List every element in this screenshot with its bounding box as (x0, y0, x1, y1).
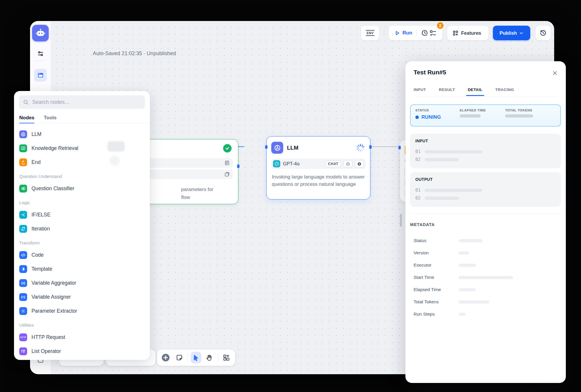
code-icon (19, 251, 27, 259)
app-avatar[interactable] (32, 25, 49, 41)
edge-llm-to-end (371, 146, 398, 147)
running-spinner-icon (356, 144, 365, 152)
node-item-code[interactable]: Code (19, 248, 147, 262)
node-item-variable-aggregator[interactable]: {x} Variable Aggregator (19, 276, 147, 290)
variable-assigner-icon: {=} (19, 293, 27, 301)
start-output-port[interactable] (237, 164, 239, 168)
elapsed-time-label: ELAPSED TIME (460, 108, 486, 112)
agent-badge (344, 160, 352, 167)
placeholder-bar (459, 300, 489, 304)
openai-icon (273, 160, 280, 167)
window-icon (37, 71, 44, 79)
document-icon (224, 160, 230, 166)
llm-input-port[interactable] (265, 145, 267, 149)
version-history-button[interactable] (536, 26, 551, 40)
features-button[interactable]: Features (447, 26, 489, 40)
node-search-panel: Nodes Tools LLM Knowledge Retrieval End … (14, 91, 150, 360)
history-icon (540, 29, 547, 36)
node-search-box[interactable] (19, 95, 145, 109)
add-note-button[interactable] (174, 352, 184, 363)
total-tokens-label: TOTAL TOKENS (505, 108, 533, 112)
node-item-question-classifier[interactable]: Question Classifier (19, 181, 147, 195)
node-list: LLM Knowledge Retrieval End Question Und… (14, 125, 150, 358)
node-item-http-request[interactable]: HTTP HTTP Request (19, 330, 147, 344)
sidebar-divider (35, 61, 46, 61)
tab-detail[interactable]: DETAIL (468, 88, 482, 97)
node-item-template[interactable]: Template (19, 262, 147, 276)
node-panel-tabs: Nodes Tools (14, 112, 150, 123)
placeholder-bar (425, 158, 459, 161)
organize-icon (223, 354, 230, 361)
toolbar-divider (188, 354, 188, 361)
start-field-row[interactable] (147, 169, 233, 179)
organize-nodes-button[interactable] (221, 352, 232, 363)
llm-node[interactable]: LLM (266, 136, 370, 200)
input-card: INPUT 01 02 (410, 134, 561, 168)
run-history-button[interactable] (421, 29, 428, 37)
hand-icon (206, 354, 213, 361)
metadata-list: Status Version Executor Start Time Elaps… (414, 235, 554, 320)
clock-play-icon (421, 29, 428, 37)
list-operator-icon (19, 347, 27, 355)
end-icon (19, 158, 27, 166)
close-icon (552, 70, 558, 76)
end-input-port[interactable] (398, 146, 401, 149)
run-button[interactable]: Run (395, 30, 412, 36)
run-toolbar: Run (389, 26, 442, 40)
chevron-down-icon (519, 31, 524, 35)
settings-sliders-button[interactable] (34, 47, 47, 60)
status-value: RUNING (421, 114, 441, 120)
model-selector[interactable]: GPT-4o CHAT (271, 159, 365, 169)
output-card: OUTPUT 01 02 (410, 172, 561, 207)
node-item-knowledge-retrieval[interactable]: Knowledge Retrieval (19, 141, 147, 155)
node-item-end[interactable]: End (19, 155, 147, 169)
variable-aggregator-icon: {x} (19, 279, 27, 287)
search-input[interactable] (32, 99, 141, 106)
toolbar-divider (384, 29, 384, 37)
placeholder-bar (505, 114, 533, 118)
placeholder-bar (459, 264, 476, 267)
vision-badge (355, 160, 364, 167)
search-icon (23, 99, 29, 105)
placeholder-bar (459, 313, 466, 316)
tab-input[interactable]: INPUT (414, 88, 426, 97)
close-button[interactable] (551, 69, 558, 76)
node-item-if-else[interactable]: IF/ELSE (19, 208, 147, 222)
play-icon (395, 30, 400, 36)
start-field-row[interactable] (147, 158, 233, 168)
node-item-parameter-extractor[interactable]: Parameter Extractor (19, 304, 147, 318)
pointer-mode-button[interactable] (191, 352, 201, 363)
panel-toggle-button[interactable] (34, 69, 47, 82)
tab-result[interactable]: RESULT (439, 88, 455, 97)
model-name: GPT-4o (283, 161, 323, 167)
panel-resize-handle[interactable] (400, 214, 402, 227)
checklist-button[interactable] (429, 29, 437, 37)
metadata-title: METADATA (410, 222, 435, 227)
checklist-count-badge: 2 (436, 22, 444, 29)
node-item-variable-assigner[interactable]: {=} Variable Assigner (19, 290, 147, 304)
add-node-button[interactable] (160, 352, 171, 363)
env-button[interactable]: ENV (361, 26, 379, 40)
tab-tools[interactable]: Tools (44, 112, 57, 123)
publish-button[interactable]: Publish (493, 26, 530, 40)
placeholder-bar (459, 288, 476, 291)
workflow-editor: parameters for flow LLM (0, 0, 581, 392)
if-else-icon (19, 211, 27, 219)
placeholder-bar (459, 276, 513, 279)
placeholder-bar (459, 239, 483, 242)
copy-icon (224, 172, 230, 177)
llm-output-port[interactable] (369, 145, 372, 149)
hand-mode-button[interactable] (204, 352, 215, 363)
pill-divider (416, 30, 417, 36)
tab-tracing[interactable]: TRACING (495, 88, 514, 97)
template-icon (19, 265, 27, 273)
tab-nodes[interactable]: Nodes (19, 112, 34, 123)
running-dot-icon (415, 116, 419, 119)
start-node[interactable]: parameters for flow (141, 139, 238, 204)
node-item-iteration[interactable]: Iteration (19, 222, 147, 236)
node-item-llm[interactable]: LLM (19, 127, 147, 141)
autosave-status: Auto-Saved 21:02:35 · Unpublished (93, 50, 176, 57)
node-item-list-operator[interactable]: List Operator (19, 344, 147, 358)
placeholder-bar (425, 189, 482, 192)
placeholder-bar (459, 251, 469, 255)
